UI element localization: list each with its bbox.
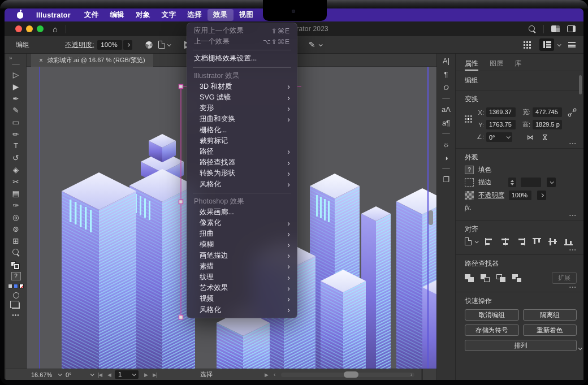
effects-menu-item[interactable]: 风格化›	[187, 305, 297, 315]
tab-properties[interactable]: 属性	[465, 59, 478, 71]
appearance-panel-icon[interactable]: ☼	[437, 137, 455, 151]
rotate-tool[interactable]: ↺	[6, 152, 26, 163]
align-center-h-button[interactable]	[501, 238, 509, 245]
opacity-icon[interactable]	[465, 191, 474, 200]
effects-menu-item[interactable]: 风格化›	[187, 179, 297, 189]
tab-layers[interactable]: 图层	[490, 59, 503, 71]
opacity-value-field[interactable]: 100%	[97, 40, 122, 50]
quick-action-排列[interactable]: 排列	[465, 340, 577, 351]
fill-color-well[interactable]: ?	[465, 166, 474, 174]
panel-menu-icon[interactable]	[568, 42, 576, 47]
flip-vertical-icon[interactable]: ⋈	[541, 134, 549, 141]
tab-libraries[interactable]: 库	[514, 59, 521, 71]
curvature-tool[interactable]: ✎	[6, 104, 26, 116]
pen-tool[interactable]: ✒	[6, 92, 26, 104]
effects-menu-item[interactable]: 扭曲›	[187, 228, 297, 239]
panel-layout-icon[interactable]	[567, 25, 576, 32]
apple-menu-icon[interactable]	[17, 12, 23, 19]
stroke-color-well[interactable]	[465, 178, 474, 187]
y-field[interactable]: 1763.75	[486, 120, 516, 129]
effects-menu-item[interactable]: 像素化›	[187, 218, 297, 228]
effects-menu-item[interactable]: 应用上一个效果⇧⌘E	[187, 25, 297, 36]
effects-menu-item[interactable]: 效果画廊...	[187, 207, 297, 218]
effects-menu-item[interactable]: 纹理›	[187, 272, 297, 283]
none-swatch[interactable]	[19, 284, 24, 288]
quick-action-取消编组[interactable]: 取消编组	[465, 309, 519, 321]
flip-horizontal-icon[interactable]: ⋈	[527, 133, 534, 141]
screen-mode-icon[interactable]	[12, 302, 20, 309]
style-options-icon[interactable]: ✎	[309, 40, 315, 49]
menubar-item-文字[interactable]: 文字	[156, 9, 182, 21]
status-expand-arrow[interactable]: ▶	[265, 369, 268, 380]
stroke-weight-field[interactable]	[521, 178, 541, 187]
align-to-chevron[interactable]	[475, 239, 479, 243]
effects-menu-item[interactable]: 路径›	[187, 146, 297, 157]
effects-menu-item[interactable]: 栅格化...	[187, 125, 297, 136]
effects-menu-item[interactable]: 艺术效果›	[187, 283, 297, 293]
draw-mode-icon[interactable]	[13, 292, 19, 299]
artboard-options-chevron[interactable]	[167, 42, 171, 46]
height-field[interactable]: 1829.5 p	[533, 120, 562, 129]
menubar-item-文件[interactable]: 文件	[79, 9, 105, 21]
touch-workspace-icon[interactable]	[524, 41, 525, 43]
menubar-item-效果[interactable]: 效果	[207, 9, 234, 21]
next-artboard-button[interactable]: ▶	[144, 369, 148, 380]
scroll-right-arrow[interactable]: ›	[410, 369, 412, 380]
appearance-more-options[interactable]: •••	[569, 213, 577, 218]
rotation-value[interactable]: 0°	[66, 371, 72, 378]
panel-opacity-dropdown[interactable]	[537, 191, 546, 200]
menubar-item-对象[interactable]: 对象	[130, 9, 156, 21]
character-styles-panel-icon[interactable]: aA	[437, 102, 455, 116]
align-more-options[interactable]: •••	[569, 247, 577, 252]
align-left-button[interactable]	[485, 238, 494, 245]
menubar-item-Illustrator[interactable]: Illustrator	[31, 10, 79, 20]
pathfinder-more-options[interactable]: •••	[569, 284, 577, 289]
document-setup-chevron[interactable]	[557, 42, 561, 46]
scissors-tool[interactable]: ✂	[6, 175, 26, 187]
blend-tool[interactable]: ◎	[6, 211, 26, 223]
last-artboard-button[interactable]: ▶|	[153, 369, 157, 380]
blue-swatch[interactable]	[14, 284, 18, 288]
paragraph-panel-icon[interactable]: ¶	[437, 67, 455, 81]
menubar-item-编辑[interactable]: 编辑	[105, 9, 131, 21]
recolor-artwork-icon[interactable]	[145, 41, 153, 49]
artboard-navigation-field[interactable]: 1	[115, 370, 139, 379]
menubar-item-选择[interactable]: 选择	[181, 9, 207, 21]
gradient-tool[interactable]: ▤	[6, 187, 26, 199]
stroke-weight-stepper[interactable]	[508, 178, 516, 187]
eyedropper-tool[interactable]: ✑	[6, 199, 26, 211]
artboard-tool[interactable]: ⊞	[6, 235, 26, 246]
effects-menu-item[interactable]: 3D 和材质›	[187, 81, 297, 92]
direct-selection-tool[interactable]: ▶	[6, 80, 26, 92]
symbol-sprayer-tool[interactable]: ⊚	[6, 223, 26, 235]
eraser-tool[interactable]: ◈	[6, 163, 26, 175]
pathfinder-exclude-button[interactable]	[512, 274, 521, 282]
pathfinder-minus-front-button[interactable]	[481, 274, 490, 282]
document-setup-icon[interactable]	[539, 38, 554, 51]
quick-action-隔离组[interactable]: 隔离组	[523, 309, 577, 321]
toolbar-grip[interactable]	[12, 64, 20, 65]
align-bottom-button[interactable]	[564, 238, 573, 245]
opacity-dropdown-button[interactable]	[123, 40, 132, 50]
style-options-chevron[interactable]	[318, 42, 322, 46]
width-field[interactable]: 472.745	[533, 107, 562, 117]
opentype-panel-icon[interactable]: O	[437, 81, 455, 94]
stroke-weight-dropdown[interactable]	[547, 178, 556, 187]
effects-menu-item[interactable]: SVG 滤镜›	[187, 92, 297, 103]
effects-menu-item[interactable]: 转换为形状›	[187, 168, 297, 179]
panel-opacity-field[interactable]: 100%	[509, 191, 531, 200]
gray-swatch[interactable]	[8, 284, 12, 288]
fx-button[interactable]: fx.	[465, 204, 577, 212]
panel-opacity-link[interactable]: 不透明度	[478, 191, 504, 200]
effects-menu-item[interactable]: 路径查找器›	[187, 157, 297, 168]
angle-select[interactable]: 0°	[486, 132, 512, 142]
paintbrush-tool[interactable]: ✏	[6, 128, 26, 140]
transform-more-options[interactable]: •••	[569, 141, 577, 146]
document-tab[interactable]: × 炫彩城市.ai @ 16.67 % (RGB/预览)	[31, 54, 153, 67]
menubar-item-视图[interactable]: 视图	[234, 9, 260, 21]
zoom-level[interactable]: 16.67%	[31, 371, 52, 378]
fill-proxy-unknown[interactable]: ?	[11, 272, 21, 280]
x-field[interactable]: 1369.37	[486, 107, 516, 117]
effects-menu-item[interactable]: 上一个效果⌥⇧⌘E	[187, 36, 297, 47]
scroll-left-arrow[interactable]: ‹	[274, 369, 275, 380]
